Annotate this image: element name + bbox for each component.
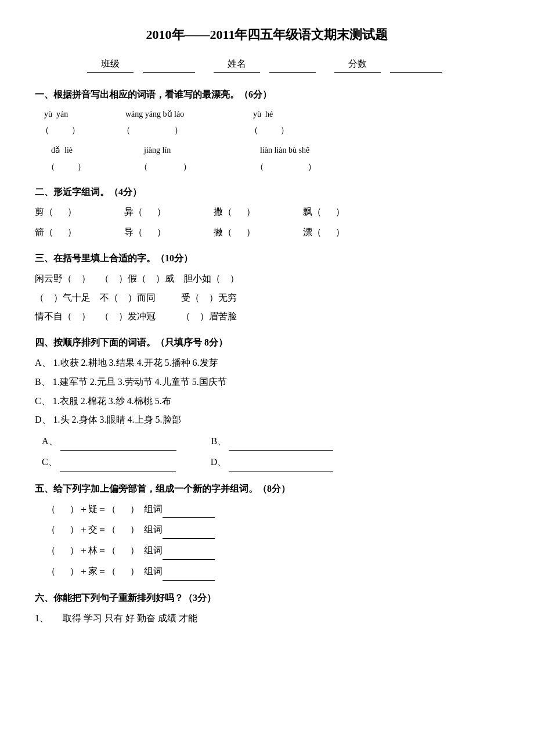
section6-title: 六、你能把下列句子重新排列好吗？（3分） xyxy=(35,590,499,607)
pinyin-yu-yan: yù yán xyxy=(44,107,125,121)
s5-blank3 xyxy=(163,542,215,560)
subtitle-row: 班级 姓名 分数 xyxy=(35,56,499,73)
class-label: 班级 xyxy=(87,56,134,73)
score-blank xyxy=(390,56,442,73)
section5-row4: （ ）＋家＝（ ） 组词 xyxy=(35,563,499,581)
pinyin-jiang-lin: jiàng lín xyxy=(144,143,260,157)
bracket2: （ ） xyxy=(122,123,250,138)
score-label: 分数 xyxy=(334,56,381,73)
section5-title: 五、给下列字加上偏旁部首，组成一个新的字并组词。（8分） xyxy=(35,481,499,498)
s2-r2-c2: 导（ ） xyxy=(124,224,211,241)
section4-answers: A、 B、 C、 D、 xyxy=(35,433,499,471)
section5: 五、给下列字加上偏旁部首，组成一个新的字并组词。（8分） （ ）＋疑＝（ ） 组… xyxy=(35,481,499,581)
answer-A-blank xyxy=(60,433,176,451)
section2-title: 二、形近字组词。（4分） xyxy=(35,184,499,201)
answer-C-blank xyxy=(60,454,176,471)
class-blank xyxy=(143,56,195,73)
section4-title: 四、按顺序排列下面的词语。（只填序号 8分） xyxy=(35,334,499,351)
s2-r2-c4: 漂（ ） xyxy=(303,224,390,241)
bracket6: （ ） xyxy=(255,159,348,175)
section6-row1-words: 取得 学习 只有 好 勤奋 成绩 才能 xyxy=(63,613,197,623)
section2: 二、形近字组词。（4分） 剪（ ） 异（ ） 撒（ ） 飘（ ） 箭（ ） 导（… xyxy=(35,184,499,241)
s5-blank2 xyxy=(163,521,215,539)
section1-pinyin-row2: dǎ liè jiàng lín liàn liàn bù shě xyxy=(35,143,499,157)
s2-r1-c3: 撒（ ） xyxy=(214,204,301,221)
section3: 三、在括号里填上合适的字。（10分） 闲云野（ ） （ ）假（ ）威 胆小如（ … xyxy=(35,250,499,325)
s5-blank4 xyxy=(163,563,215,581)
section6-row1-label: 1、 xyxy=(35,613,49,623)
pinyin-yu-he: yù hé xyxy=(253,107,323,121)
section4: 四、按顺序排列下面的词语。（只填序号 8分） A、 1.收获 2.耕地 3.结果… xyxy=(35,334,499,471)
bracket3: （ ） xyxy=(250,123,319,138)
section3-title: 三、在括号里填上合适的字。（10分） xyxy=(35,250,499,267)
section5-row3: （ ）＋林＝（ ） 组词 xyxy=(35,542,499,560)
answer-B-label: B、 xyxy=(211,433,334,451)
s5-blank1 xyxy=(163,501,215,519)
s2-r1-c2: 异（ ） xyxy=(124,204,211,221)
pinyin-lian-lian: liàn liàn bù shě xyxy=(260,143,353,157)
section1-pinyin-row1: yù yán wáng yáng bǔ láo yù hé xyxy=(35,107,499,121)
section4-A: A、 1.收获 2.耕地 3.结果 4.开花 5.播种 6.发芽 xyxy=(35,355,499,372)
name-blank xyxy=(269,56,316,73)
bracket5: （ ） xyxy=(139,159,255,175)
section5-row1: （ ）＋疑＝（ ） 组词 xyxy=(35,501,499,519)
section1-title: 一、根据拼音写出相应的词语，看谁写的最漂亮。（6分） xyxy=(35,87,499,103)
section3-row2: （ ）气十足 不（ ）而同 受（ ）无穷 xyxy=(35,290,499,307)
section2-row1: 剪（ ） 异（ ） 撒（ ） 飘（ ） xyxy=(35,204,499,221)
s2-r2-c3: 撇（ ） xyxy=(214,224,301,241)
answer-D-blank xyxy=(229,454,333,471)
s2-r2-c1: 箭（ ） xyxy=(35,224,122,241)
answer-D-label: D、 xyxy=(211,454,334,471)
section6: 六、你能把下列句子重新排列好吗？（3分） 1、 取得 学习 只有 好 勤奋 成绩… xyxy=(35,590,499,627)
answer-B-blank xyxy=(229,433,333,451)
section3-row3: 情不自（ ） （ ）发冲冠 （ ）眉苦脸 xyxy=(35,308,499,325)
bracket1: （ ） xyxy=(41,123,122,138)
section3-row1: 闲云野（ ） （ ）假（ ）威 胆小如（ ） xyxy=(35,271,499,287)
pinyin-da-lie: dǎ liè xyxy=(51,143,144,157)
section1-bracket-row2: （ ） （ ） （ ） xyxy=(35,159,499,175)
section1: 一、根据拼音写出相应的词语，看谁写的最漂亮。（6分） yù yán wáng y… xyxy=(35,87,499,174)
section4-answer-row2: C、 D、 xyxy=(42,454,499,471)
s2-r1-c1: 剪（ ） xyxy=(35,204,122,221)
section4-B: B、 1.建军节 2.元旦 3.劳动节 4.儿童节 5.国庆节 xyxy=(35,374,499,391)
bracket4: （ ） xyxy=(46,159,139,175)
page-title: 2010年——2011年四五年级语文期末测试题 xyxy=(35,23,499,46)
section6-row1: 1、 取得 学习 只有 好 勤奋 成绩 才能 xyxy=(35,610,499,627)
section4-answer-row1: A、 B、 xyxy=(42,433,499,451)
s2-r1-c4: 飘（ ） xyxy=(303,204,390,221)
answer-C-label: C、 xyxy=(42,454,176,471)
name-label: 姓名 xyxy=(214,56,260,73)
section2-row2: 箭（ ） 导（ ） 撇（ ） 漂（ ） xyxy=(35,224,499,241)
answer-A-label: A、 xyxy=(42,433,176,451)
section5-row2: （ ）＋交＝（ ） 组词 xyxy=(35,521,499,539)
pinyin-wang-yang: wáng yáng bǔ láo xyxy=(125,107,253,121)
section1-bracket-row1: （ ） （ ） （ ） xyxy=(35,123,499,138)
section4-C: C、 1.衣服 2.棉花 3.纱 4.棉桃 5.布 xyxy=(35,393,499,410)
section4-D: D、 1.头 2.身体 3.眼睛 4.上身 5.脸部 xyxy=(35,412,499,429)
